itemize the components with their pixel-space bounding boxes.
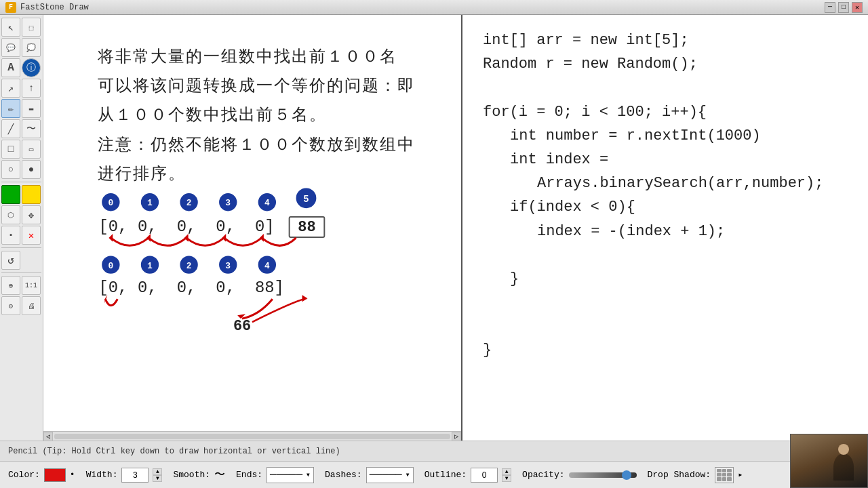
smooth-icon: 〜 [214, 468, 225, 482]
toolbar-row-6: ╱ 〜 [1, 119, 41, 138]
toolbar-row-12: ↺ [1, 251, 41, 270]
dropshadow-grid[interactable] [715, 467, 734, 483]
undo-button[interactable]: ↺ [1, 251, 20, 270]
toolbar-row-2: 💬 💭 [1, 38, 41, 57]
svg-text:0,: 0, [177, 218, 197, 236]
circle-tool[interactable]: ○ [1, 160, 20, 179]
dropshadow-expand[interactable]: ▸ [738, 470, 743, 480]
svg-point-30 [218, 256, 237, 274]
outline-down[interactable]: ▼ [502, 475, 511, 482]
select-tool[interactable]: ↖ [1, 18, 20, 37]
outline-up[interactable]: ▲ [502, 468, 511, 475]
canvas-area[interactable]: 将非常大量的一组数中找出前１００名 可以将该问题转换成一个等价的问题：即 从１０… [43, 15, 461, 441]
svg-text:0,: 0, [216, 218, 235, 236]
print-button[interactable]: 🖨 [22, 296, 41, 315]
highlight-tool[interactable]: ▬ [22, 99, 41, 118]
svg-point-6 [218, 192, 237, 211]
person-head [838, 444, 849, 455]
select-rect-tool[interactable]: ⬚ [22, 18, 41, 37]
code-line-14: } [483, 338, 848, 362]
svg-point-32 [258, 256, 277, 274]
opacity-slider[interactable] [569, 472, 637, 478]
opacity-control: Opacity: [522, 470, 636, 480]
dashes-arrow: ▾ [405, 470, 410, 480]
svg-text:1: 1 [147, 198, 153, 208]
close-button[interactable]: ✕ [852, 2, 863, 13]
dashes-control: Dashes: ───── ▾ [325, 467, 414, 483]
speech-bubble-tool[interactable]: 💬 [1, 38, 20, 57]
text-tool[interactable]: A [1, 58, 20, 77]
svg-point-10 [296, 187, 317, 209]
width-up[interactable]: ▲ [153, 468, 162, 475]
svg-marker-23 [260, 234, 264, 242]
svg-text:4: 4 [264, 198, 270, 208]
svg-marker-42 [302, 295, 308, 302]
app-title: FastStone Draw [20, 3, 89, 12]
line-tool[interactable]: ╱ [1, 119, 20, 138]
outline-input[interactable] [471, 468, 498, 483]
svg-text:3: 3 [225, 198, 231, 208]
rounded-rect-tool[interactable]: ▭ [22, 140, 41, 159]
maximize-button[interactable]: □ [838, 2, 849, 13]
svg-point-26 [140, 256, 159, 274]
width-down[interactable]: ▼ [153, 475, 162, 482]
svg-text:0: 0 [108, 198, 113, 208]
dropshadow-control: Drop Shadow: ▸ [648, 467, 743, 483]
code-line-11: } [483, 267, 848, 291]
zoom-out-button[interactable]: ⊖ [1, 296, 20, 315]
svg-text:3: 3 [225, 261, 231, 271]
width-input[interactable] [121, 468, 149, 483]
arrow-up-tool[interactable]: ↑ [22, 79, 41, 98]
stamp-tool[interactable]: ⬡ [1, 205, 20, 224]
move-tool[interactable]: ✥ [22, 205, 41, 224]
dashes-dropdown[interactable]: ───── ▾ [366, 467, 414, 483]
wave-tool[interactable]: 〜 [22, 119, 41, 138]
svg-text:0,: 0, [177, 279, 197, 297]
opacity-handle[interactable] [622, 470, 631, 480]
pencil-tool[interactable]: ✏ [1, 99, 20, 118]
smooth-label: Smooth: [173, 470, 210, 480]
code-line-5: int number = r.nextInt(1000) [483, 124, 848, 148]
dashes-value: ───── [370, 469, 402, 481]
ds-cell-7 [717, 477, 722, 481]
chinese-line-3: 从１００个数中找出前５名。 [98, 100, 415, 129]
color-swatch[interactable] [44, 468, 66, 482]
svg-marker-39 [104, 295, 107, 303]
image1-tool[interactable]: ▪ [1, 226, 20, 245]
info-tool[interactable]: ⓘ [22, 58, 41, 77]
code-line-12 [483, 291, 848, 314]
minimize-button[interactable]: ─ [825, 2, 835, 13]
ends-dropdown[interactable]: ───── ▾ [267, 467, 314, 483]
rect-tool[interactable]: □ [1, 140, 20, 159]
svg-text:66: 66 [233, 318, 251, 335]
filled-circle-tool[interactable]: ● [22, 160, 41, 179]
ellipse-speech-tool[interactable]: 💭 [22, 38, 41, 57]
toolbar-row-1: ↖ ⬚ [1, 18, 41, 37]
svg-point-8 [258, 192, 277, 211]
ds-cell-3 [727, 469, 732, 472]
color-yellow-btn[interactable] [22, 185, 41, 204]
svg-text:2: 2 [186, 261, 192, 271]
arrow-curve-tool[interactable]: ↗ [1, 79, 20, 98]
scroll-left[interactable]: ◁ [43, 432, 53, 441]
svg-text:[0,: [0, [98, 218, 127, 236]
svg-point-28 [180, 256, 199, 274]
window-controls[interactable]: ─ □ ✕ [825, 2, 863, 13]
delete-tool[interactable]: ✕ [22, 226, 41, 245]
dropshadow-label: Drop Shadow: [648, 470, 711, 480]
color-green-btn[interactable] [1, 185, 20, 204]
code-line-10 [483, 243, 848, 267]
svg-marker-20 [146, 234, 151, 242]
zoom-fit-button[interactable]: 1:1 [22, 276, 41, 295]
zoom-in-button[interactable]: ⊕ [1, 276, 20, 295]
scroll-right[interactable]: ▷ [452, 432, 461, 441]
toolbar-row-9 [1, 185, 41, 204]
opacity-label: Opacity: [522, 470, 564, 480]
chinese-text-block: 将非常大量的一组数中找出前１００名 可以将该问题转换成一个等价的问题：即 从１０… [98, 42, 415, 188]
toolbar-row-7: □ ▭ [1, 140, 41, 159]
toolbar-divider-2 [1, 247, 41, 248]
toolbar-divider-3 [1, 272, 41, 273]
svg-text:0]: 0] [255, 218, 275, 236]
ds-cell-8 [722, 477, 727, 481]
hscrollbar[interactable]: ◁ ▷ [43, 431, 461, 441]
